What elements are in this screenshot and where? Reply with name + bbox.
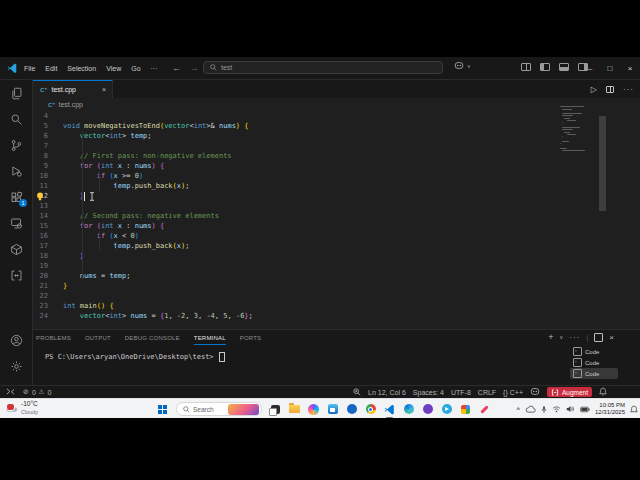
copilot-status-icon[interactable] xyxy=(530,387,540,397)
line-number[interactable]: 4 xyxy=(33,111,48,121)
code-line-15[interactable]: 15 for (int x : nums) { xyxy=(33,221,640,231)
code-line-9[interactable]: 9 for (int x : nums) { xyxy=(33,161,640,171)
terminal-output[interactable]: PS C:\Users\aryan\OneDrive\Desktop\test> xyxy=(45,352,640,362)
search-sidebar-icon[interactable] xyxy=(9,112,23,126)
terminal-list-item-1[interactable]: Code xyxy=(570,346,618,357)
panel-tab-output[interactable]: OUTPUT xyxy=(85,335,111,341)
copilot-app-button[interactable] xyxy=(308,404,319,415)
code-line-13[interactable]: 13 xyxy=(33,201,640,211)
run-button-icon[interactable]: ▷ xyxy=(591,85,597,94)
code-line-14[interactable]: 14 // Second pass: negative elements xyxy=(33,211,640,221)
breadcrumb[interactable]: C⁺ test.cpp xyxy=(33,98,640,111)
settings-gear-icon[interactable] xyxy=(9,359,23,373)
code-line-10[interactable]: 10 if (x >= 0) xyxy=(33,171,640,181)
remote-indicator-icon[interactable] xyxy=(6,387,15,397)
microsoft-store-button[interactable] xyxy=(327,404,338,415)
menu-file[interactable]: File xyxy=(24,65,35,72)
code-line-20[interactable]: 20 nums = temp; xyxy=(33,271,640,281)
line-number[interactable]: 10 xyxy=(33,171,48,181)
notification-bell-icon[interactable] xyxy=(630,405,638,414)
code-line-19[interactable]: 19 xyxy=(33,261,640,271)
code-line-11[interactable]: 11 temp.push_back(x); xyxy=(33,181,640,191)
line-number[interactable]: 17 xyxy=(33,241,48,251)
menu-selection[interactable]: Selection xyxy=(67,65,96,72)
cmake-cube-icon[interactable] xyxy=(9,242,23,256)
code-line-16[interactable]: 16 if (x < 0) xyxy=(33,231,640,241)
lightbulb-icon[interactable] xyxy=(36,192,44,204)
remote-explorer-icon[interactable] xyxy=(9,216,23,230)
minimap[interactable] xyxy=(560,104,596,152)
extensions-icon[interactable]: 1 xyxy=(9,190,23,204)
terminal-list-item-2[interactable]: Code xyxy=(570,357,618,368)
maximize-panel-icon[interactable] xyxy=(594,333,603,342)
line-number[interactable]: 14 xyxy=(33,211,48,221)
tab-test-cpp[interactable]: C⁺ test.cpp × xyxy=(33,80,113,98)
line-number[interactable]: 16 xyxy=(33,231,48,241)
code-line-24[interactable]: 24 vector<int> nums = {1, -2, 3, -4, 5, … xyxy=(33,311,640,321)
weather-widget[interactable]: -10°C Cloudy xyxy=(5,400,38,416)
copilot-menu[interactable]: ∨ xyxy=(454,61,471,70)
terminal-list-item-3[interactable]: Code xyxy=(570,368,618,379)
code-line-17[interactable]: 17 temp.push_back(x); xyxy=(33,241,640,251)
line-number[interactable]: 21 xyxy=(33,281,48,291)
close-button[interactable]: × xyxy=(620,57,640,79)
onedrive-icon[interactable] xyxy=(525,405,536,413)
explorer-icon[interactable] xyxy=(9,86,23,100)
problems-summary[interactable]: ⊘ 0 ⚠ 0 xyxy=(23,388,52,396)
code-editor[interactable]: 45void moveNegativesToEnd(vector<int>& n… xyxy=(33,111,640,329)
start-button[interactable] xyxy=(157,404,168,415)
taskbar-search[interactable]: Search xyxy=(176,402,262,416)
command-center-search[interactable]: test xyxy=(203,61,443,74)
terminal-dropdown-icon[interactable]: ∨ xyxy=(560,334,564,340)
chrome-button[interactable] xyxy=(365,404,376,415)
line-number[interactable]: 9 xyxy=(33,161,48,171)
battery-icon[interactable] xyxy=(580,406,590,413)
pen-tool-button[interactable] xyxy=(479,404,490,415)
line-number[interactable]: 18 xyxy=(33,251,48,261)
wifi-icon[interactable] xyxy=(552,405,561,413)
augment-sidebar-icon[interactable] xyxy=(9,268,23,282)
menu-edit[interactable]: Edit xyxy=(45,65,57,72)
encoding[interactable]: UTF-8 xyxy=(451,389,471,396)
tab-close-icon[interactable]: × xyxy=(102,86,106,93)
code-line-4[interactable]: 4 xyxy=(33,111,640,121)
file-explorer-button[interactable] xyxy=(289,404,300,415)
line-number[interactable]: 22 xyxy=(33,291,48,301)
run-debug-icon[interactable] xyxy=(9,164,23,178)
line-number[interactable]: 23 xyxy=(33,301,48,311)
line-number[interactable]: 7 xyxy=(33,141,48,151)
screen-reader-zoom-icon[interactable] xyxy=(353,388,361,397)
maximize-button[interactable]: □ xyxy=(600,57,620,79)
close-panel-icon[interactable]: × xyxy=(609,333,614,342)
microphone-icon[interactable] xyxy=(541,405,547,414)
indentation[interactable]: Spaces: 4 xyxy=(413,389,444,396)
line-number[interactable]: 15 xyxy=(33,221,48,231)
line-number[interactable]: 20 xyxy=(33,271,48,281)
vscode-taskbar-button[interactable] xyxy=(384,404,395,415)
line-number[interactable]: 5 xyxy=(33,121,48,131)
blue-app-button[interactable] xyxy=(346,404,357,415)
split-editor-icon[interactable] xyxy=(606,86,614,93)
split-editor-layout-icon[interactable] xyxy=(521,63,531,71)
menu-go[interactable]: Go xyxy=(131,65,140,72)
code-line-23[interactable]: 23int main() { xyxy=(33,301,640,311)
more-actions-icon[interactable]: ··· xyxy=(623,85,634,94)
code-line-12[interactable]: 12 } xyxy=(33,191,640,201)
line-number[interactable]: 19 xyxy=(33,261,48,271)
menu-view[interactable]: View xyxy=(106,65,121,72)
line-number[interactable]: 24 xyxy=(33,311,48,321)
panel-tab-terminal[interactable]: TERMINAL xyxy=(194,331,226,345)
panel-tab-debug-console[interactable]: DEBUG CONSOLE xyxy=(125,335,180,341)
clock[interactable]: 10:05 PM 12/31/2025 xyxy=(595,402,625,416)
forward-arrow-icon[interactable]: → xyxy=(190,63,199,73)
code-line-5[interactable]: 5void moveNegativesToEnd(vector<int>& nu… xyxy=(33,121,640,131)
volume-icon[interactable] xyxy=(566,405,575,413)
code-line-21[interactable]: 21} xyxy=(33,281,640,291)
menu-[interactable]: ··· xyxy=(151,65,158,72)
line-number[interactable]: 8 xyxy=(33,151,48,161)
purple-app-button[interactable] xyxy=(422,404,433,415)
line-number[interactable]: 11 xyxy=(33,181,48,191)
cursor-position[interactable]: Ln 12, Col 6 xyxy=(368,389,406,396)
editor-scrollbar[interactable] xyxy=(599,116,606,211)
task-view-button[interactable] xyxy=(270,404,281,415)
